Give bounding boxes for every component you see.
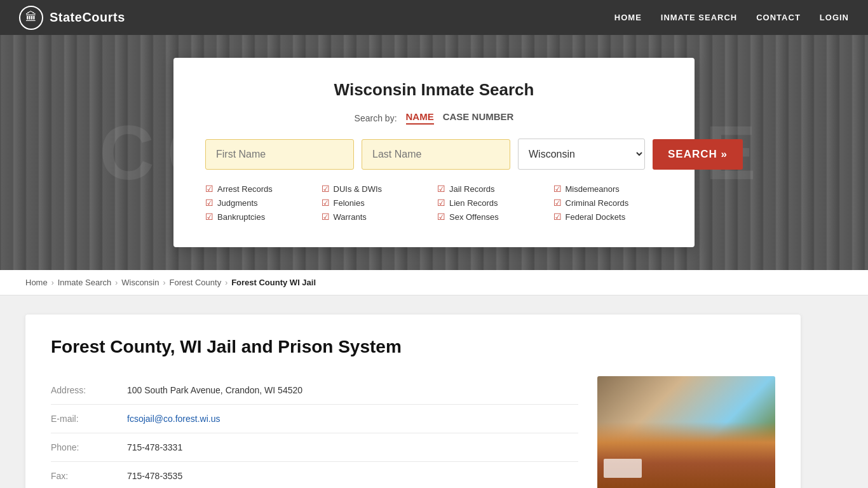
checkbox-label: Criminal Records [566,198,629,208]
check-icon: ☑ [437,212,445,222]
check-icon: ☑ [322,184,330,194]
state-select[interactable]: Wisconsin [518,139,645,170]
table-row: Address: 100 South Park Avenue, Crandon,… [51,376,578,405]
check-icon: ☑ [553,198,562,208]
content-with-image: Address: 100 South Park Avenue, Crandon,… [51,376,775,488]
checkbox-label: Felonies [334,198,365,208]
info-section: Address: 100 South Park Avenue, Crandon,… [51,376,578,488]
checkbox-felonies: ☑ Felonies [322,198,431,208]
main-content: Forest County, WI Jail and Prison System… [0,295,826,488]
check-icon: ☑ [322,198,330,208]
checkbox-label: DUIs & DWIs [334,184,383,194]
checkboxes-grid: ☑ Arrest Records ☑ DUIs & DWIs ☑ Jail Re… [205,184,663,222]
check-icon: ☑ [437,198,445,208]
check-icon: ☑ [553,212,562,222]
search-inputs-row: Wisconsin SEARCH » [205,139,663,170]
checkbox-duis-dwis: ☑ DUIs & DWIs [322,184,431,194]
page-title: Forest County, WI Jail and Prison System [51,337,775,357]
field-label: E-mail: [51,405,127,433]
check-icon: ☑ [437,184,445,194]
site-name: StateCourts [50,10,125,25]
search-by-label: Search by: [355,113,397,123]
first-name-input[interactable] [205,139,354,170]
checkbox-label: Misdemeanors [566,184,620,194]
nav-login[interactable]: LOGIN [820,13,849,22]
breadcrumb-home[interactable]: Home [25,278,48,287]
checkbox-label: Bankruptcies [217,212,265,222]
info-table: Address: 100 South Park Avenue, Crandon,… [51,376,578,488]
check-icon: ☑ [322,212,330,222]
field-value-phone: 715-478-3331 [127,433,578,462]
checkbox-label: Judgments [217,198,258,208]
check-icon: ☑ [205,184,214,194]
field-value-fax: 715-478-3535 [127,462,578,489]
checkbox-label: Sex Offenses [449,212,499,222]
check-icon: ☑ [205,198,214,208]
checkbox-lien-records: ☑ Lien Records [437,198,547,208]
checkbox-criminal-records: ☑ Criminal Records [553,198,663,208]
field-value-address: 100 South Park Avenue, Crandon, WI 54520 [127,376,578,405]
breadcrumb-wisconsin[interactable]: Wisconsin [121,278,159,287]
breadcrumb: Home › Inmate Search › Wisconsin › Fores… [0,270,868,295]
breadcrumb-forest-county[interactable]: Forest County [169,278,221,287]
tab-case-number[interactable]: CASE NUMBER [443,111,514,125]
search-card-title: Wisconsin Inmate Search [205,80,663,100]
checkbox-label: Lien Records [449,198,498,208]
nav-inmate-search[interactable]: INMATE SEARCH [661,13,737,22]
check-icon: ☑ [553,184,562,194]
nav-home[interactable]: HOME [614,13,642,22]
site-header: 🏛 StateCourts HOME INMATE SEARCH CONTACT… [0,0,868,35]
checkbox-label: Warrants [334,212,367,222]
search-card: Wisconsin Inmate Search Search by: NAME … [173,58,695,247]
field-value-email: fcsojail@co.forest.wi.us [127,405,578,433]
checkbox-misdemeanors: ☑ Misdemeanors [553,184,663,194]
jail-image [597,376,775,488]
checkbox-jail-records: ☑ Jail Records [437,184,547,194]
table-row: E-mail: fcsojail@co.forest.wi.us [51,405,578,433]
hero-section: COURTHOUSE Wisconsin Inmate Search Searc… [0,35,868,270]
tab-name[interactable]: NAME [406,111,434,125]
logo[interactable]: 🏛 StateCourts [19,6,125,30]
email-link[interactable]: fcsojail@co.forest.wi.us [127,414,220,424]
main-nav: HOME INMATE SEARCH CONTACT LOGIN [614,13,849,22]
checkbox-sex-offenses: ☑ Sex Offenses [437,212,547,222]
checkbox-arrest-records: ☑ Arrest Records [205,184,315,194]
checkbox-federal-dockets: ☑ Federal Dockets [553,212,663,222]
checkbox-label: Jail Records [449,184,495,194]
checkbox-label: Arrest Records [217,184,273,194]
content-card: Forest County, WI Jail and Prison System… [25,315,801,488]
search-by-row: Search by: NAME CASE NUMBER [205,111,663,125]
breadcrumb-current: Forest County WI Jail [231,278,316,287]
breadcrumb-inmate-search[interactable]: Inmate Search [58,278,112,287]
table-row: Phone: 715-478-3331 [51,433,578,462]
breadcrumb-sep: › [51,278,54,287]
breadcrumb-sep: › [225,278,227,287]
field-label: Fax: [51,462,127,489]
checkbox-judgments: ☑ Judgments [205,198,315,208]
search-button[interactable]: SEARCH » [653,139,743,170]
nav-contact[interactable]: CONTACT [756,13,801,22]
breadcrumb-sep: › [115,278,118,287]
checkbox-bankruptcies: ☑ Bankruptcies [205,212,315,222]
last-name-input[interactable] [362,139,510,170]
check-icon: ☑ [205,212,214,222]
checkbox-label: Federal Dockets [566,212,626,222]
logo-icon: 🏛 [19,6,43,30]
field-label: Phone: [51,433,127,462]
breadcrumb-sep: › [163,278,165,287]
table-row: Fax: 715-478-3535 [51,462,578,489]
checkbox-warrants: ☑ Warrants [322,212,431,222]
field-label: Address: [51,376,127,405]
